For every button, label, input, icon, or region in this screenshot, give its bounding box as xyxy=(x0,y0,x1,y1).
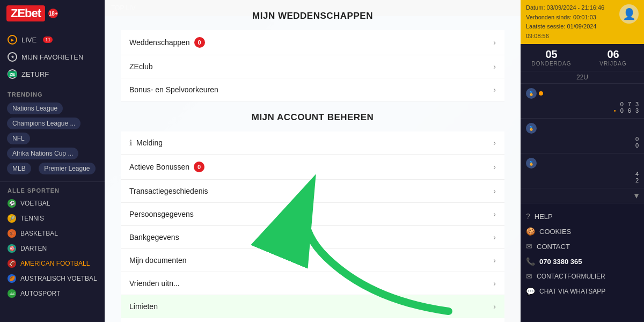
transactiegeschiedenis-label: Transactiegeschiedenis xyxy=(129,187,208,195)
melding-label: Melding xyxy=(136,138,163,147)
trending-mlb[interactable]: MLB xyxy=(7,163,31,174)
cookies-label: COOKIES xyxy=(539,228,571,236)
form-icon: ✉ xyxy=(526,272,532,281)
chevron-right-icon: › xyxy=(493,302,496,311)
user-avatar[interactable]: 👤 xyxy=(619,4,639,24)
menu-melding[interactable]: ℹ Melding › xyxy=(121,131,504,155)
match-scores-1b: • 0 6 3 xyxy=(526,107,639,114)
sport-icon-1: 🏅 xyxy=(526,88,537,99)
day-friday[interactable]: 06 VRIJDAG xyxy=(582,44,644,71)
bonus-spelvoorkeuren-label: Bonus- en Spelvoorkeuren xyxy=(129,85,218,94)
contact-item[interactable]: ✉ CONTACT xyxy=(526,239,639,254)
menu-item-left: Bonus- en Spelvoorkeuren xyxy=(129,85,218,94)
persoonsgegevens-label: Persoonsgegevens xyxy=(129,210,194,218)
actieve-bonussen-badge: 0 xyxy=(194,162,204,172)
section2-title: MIJN ACCOUNT BEHEREN xyxy=(121,112,504,123)
whatsapp-item[interactable]: 💬 CHAT VIA WHATSAPP xyxy=(526,284,639,299)
tennis-label: TENNIS xyxy=(20,215,44,222)
sport-icon-3: 🏅 xyxy=(526,158,537,169)
chevron-down-area[interactable]: ▾ xyxy=(521,188,644,203)
trending-premier-league[interactable]: Premier League xyxy=(39,163,95,174)
question-icon: ? xyxy=(526,212,530,221)
phone-item[interactable]: 📞 070 3380 365 xyxy=(526,254,639,269)
menu-persoonsgegevens[interactable]: Persoonsgegevens › xyxy=(121,203,504,226)
sport-tennis[interactable]: 🎾 TENNIS xyxy=(0,211,105,226)
right-top-wrapper: Datum: 03/09/2024 - 21:16:46 Verbonden s… xyxy=(521,0,644,44)
nav-favorieten[interactable]: ★ MIJN FAVORIETEN xyxy=(0,48,105,65)
sport-icon-2: 🏅 xyxy=(526,123,537,134)
cookies-item[interactable]: 🍪 COOKIES xyxy=(526,224,639,239)
match-scores-2: 0 xyxy=(526,136,639,142)
trending-buttons: Nations League Champions League ... NFL … xyxy=(0,100,105,177)
zeturf-label: ZETURF xyxy=(21,70,49,78)
score-highlight: • xyxy=(614,107,616,114)
top-nav: ▶ LIVE 11 ★ MIJN FAVORIETEN ZE ZETURF xyxy=(0,27,105,87)
whatsapp-label: CHAT VIA WHATSAPP xyxy=(539,288,605,295)
help-item[interactable]: ? HELP xyxy=(526,209,639,224)
menu-zelfuitsluiting[interactable]: Zelfuitsluiting › xyxy=(121,318,504,322)
nav-live[interactable]: ▶ LIVE 11 xyxy=(0,31,105,48)
left-sidebar: ZEbet 18+ ▶ LIVE 11 ★ MIJN FAVORIETEN ZE… xyxy=(0,0,105,322)
chevron-right-icon: › xyxy=(493,210,496,218)
score-val: 3 xyxy=(635,101,639,107)
score-val: 2 xyxy=(635,177,639,184)
menu-item-left: Bankgegevens xyxy=(129,233,179,241)
match-scores-1: 0 7 3 xyxy=(526,101,639,107)
middle-area: TOP LIV MIJN WEDDENSCHAPPEN Weddenschapp… xyxy=(105,0,521,322)
contactformulier-item[interactable]: ✉ CONTACTFORMULIER xyxy=(526,269,639,284)
help-label: HELP xyxy=(535,213,553,221)
menu-bonus-spelvoorkeuren[interactable]: Bonus- en Spelvoorkeuren › xyxy=(121,78,504,101)
match-scores-3: 4 xyxy=(526,171,639,177)
live-badge: 11 xyxy=(43,36,53,43)
menu-vrienden-uitnodigen[interactable]: Vrienden uitn... › xyxy=(121,272,504,295)
menu-item-left: Transactiegeschiedenis xyxy=(129,187,208,195)
menu-transactiegeschiedenis[interactable]: Transactiegeschiedenis › xyxy=(121,180,504,203)
menu-weddenschappen[interactable]: Weddenschappen 0 › xyxy=(121,30,504,55)
australisch-voetbal-icon: 🏉 xyxy=(8,274,16,283)
chevron-right-icon: › xyxy=(493,279,496,288)
time-slot: 22U xyxy=(521,71,644,84)
american-football-label: AMERICAN FOOTBALL xyxy=(20,260,90,267)
star-icon: ★ xyxy=(8,52,17,62)
autosport-label: AUTOSPORT xyxy=(20,290,60,297)
sport-autosport[interactable]: 🏎 AUTOSPORT xyxy=(0,286,105,301)
score-val: 7 xyxy=(628,101,631,107)
menu-actieve-bonussen[interactable]: Actieve Bonussen 0 › xyxy=(121,155,504,180)
menu-bankgegevens[interactable]: Bankgegevens › xyxy=(121,226,504,249)
zeclub-label: ZEclub xyxy=(129,62,153,71)
sport-australisch-voetbal[interactable]: 🏉 AUSTRALISCH VOETBAL xyxy=(0,271,105,286)
american-football-icon: 🏈 xyxy=(8,259,16,268)
australisch-voetbal-label: AUSTRALISCH VOETBAL xyxy=(20,275,97,282)
chevron-right-icon: › xyxy=(493,233,496,241)
nav-zeturf[interactable]: ZE ZETURF xyxy=(0,65,105,83)
trending-nations-league[interactable]: Nations League xyxy=(7,103,63,114)
day-thursday[interactable]: 05 DONDERDAG xyxy=(521,44,582,71)
trending-nfl[interactable]: NFL xyxy=(7,133,30,144)
menu-item-left: Weddenschappen 0 xyxy=(129,37,205,48)
voetbal-label: VOETBAL xyxy=(20,200,50,207)
mijn-documenten-label: Mijn documenten xyxy=(129,256,187,265)
section-spacer xyxy=(121,101,504,112)
trending-champions-league[interactable]: Champions League ... xyxy=(7,118,80,129)
sport-darten[interactable]: 🎯 DARTEN xyxy=(0,241,105,256)
logo-zebet[interactable]: ZEbet xyxy=(6,5,45,21)
contact-icon: ✉ xyxy=(526,242,532,251)
sport-voetbal[interactable]: ⚽ VOETBAL xyxy=(0,196,105,211)
sport-basketbal[interactable]: 🏀 BASKETBAL xyxy=(0,226,105,241)
chevron-right-icon: › xyxy=(493,163,496,171)
voetbal-icon: ⚽ xyxy=(8,199,16,208)
trending-africa-cup[interactable]: Afrika Nations Cup ... xyxy=(7,148,78,159)
chevron-right-icon: › xyxy=(493,256,496,265)
score-val: 0 xyxy=(635,142,639,149)
trending-label: TRENDING xyxy=(0,87,105,100)
score-val: 0 xyxy=(620,101,624,107)
alle-sporten-label: ALLE SPORTEN xyxy=(0,182,105,196)
menu-limieten[interactable]: Limieten › xyxy=(121,295,504,318)
menu-mijn-documenten[interactable]: Mijn documenten › xyxy=(121,249,504,272)
menu-item-left: Persoonsgegevens xyxy=(129,210,194,218)
chevron-right-icon: › xyxy=(493,85,496,94)
sport-american-football[interactable]: 🏈 AMERICAN FOOTBALL xyxy=(0,256,105,271)
live-dot-1 xyxy=(539,91,543,96)
menu-zeclub[interactable]: ZEclub › xyxy=(121,55,504,78)
phone-number: 070 3380 365 xyxy=(539,258,582,266)
